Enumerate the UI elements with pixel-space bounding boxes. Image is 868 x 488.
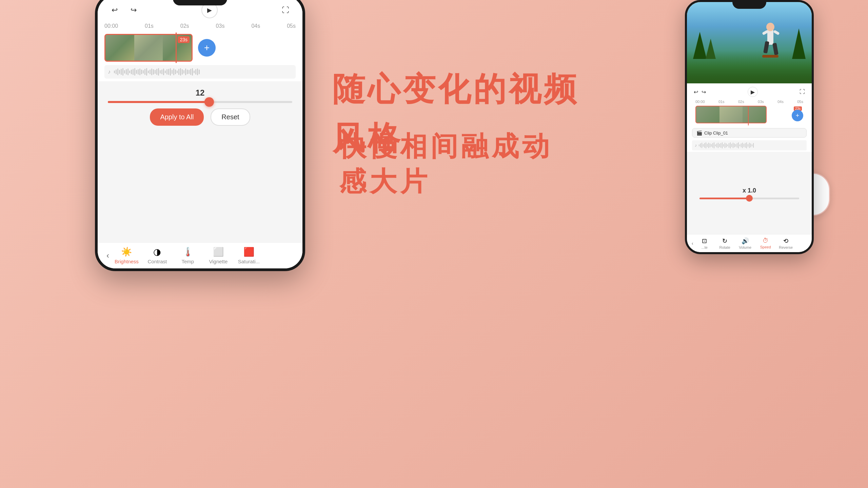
right-top-bar: ↩ ↪ ▶ ⛶	[687, 83, 812, 99]
right-playhead	[748, 106, 749, 125]
speed-value: x 1.0	[743, 187, 756, 194]
main-title: 随心变化的视频	[332, 69, 624, 108]
right-video-track[interactable]: 23s +	[695, 106, 803, 125]
right-undo-button[interactable]: ↩	[694, 89, 698, 95]
brightness-value: 12	[98, 88, 302, 98]
right-time-5: 05s	[797, 100, 803, 104]
brightness-icon: ☀️	[121, 247, 132, 257]
tree-1	[693, 32, 707, 59]
volume-icon: 🔊	[742, 237, 749, 245]
temp-label: Temp	[182, 259, 194, 264]
rotate-label: Rotate	[719, 245, 730, 249]
right-toolbar-crop[interactable]: ⊡ ...te	[696, 237, 713, 249]
edit-area: 12 Apply to All Reset	[98, 81, 302, 242]
right-audio-waveform	[699, 142, 754, 149]
toolbar-back-button[interactable]: ‹	[101, 251, 115, 260]
right-time-labels: 00:00 01s 02s 03s 04s 05s	[690, 99, 808, 104]
left-phone-notch	[173, 0, 227, 5]
bottom-toolbar: ‹ ☀️ Brightness ◑ Contrast 🌡️ Temp ⬜ Vig…	[98, 242, 302, 268]
right-thumb-2	[719, 106, 743, 123]
video-track[interactable]: 23s +	[104, 33, 296, 63]
speed-label: Speed	[760, 245, 771, 249]
apply-all-button[interactable]: Apply to All	[150, 108, 204, 126]
speed-slider[interactable]	[699, 198, 799, 199]
volume-label: Volume	[739, 245, 751, 249]
video-thumb-2	[134, 35, 163, 61]
clip-label-text: Clip Clip_01	[704, 130, 728, 136]
time-label-0: 00:00	[104, 23, 118, 29]
right-slider-thumb[interactable]	[746, 195, 753, 202]
right-edit-area: x 1.0	[687, 152, 812, 234]
toolbar-item-vignette[interactable]: ⬜ Vignette	[206, 247, 230, 264]
right-thumb-1	[696, 106, 719, 123]
clip-duration-badge: 23s	[178, 36, 190, 43]
time-label-1: 01s	[145, 23, 154, 29]
right-redo-button[interactable]: ↪	[702, 89, 706, 95]
skater-arm-right	[773, 30, 780, 35]
speed-icon: ⏱	[763, 237, 769, 244]
audio-waveform	[114, 67, 200, 77]
tree-3	[792, 28, 806, 59]
right-video-clip[interactable]: 23s	[695, 106, 767, 123]
vignette-label: Vignette	[209, 259, 228, 264]
toolbar-item-temp[interactable]: 🌡️ Temp	[176, 247, 200, 264]
action-buttons: Apply to All Reset	[98, 108, 302, 126]
saturation-label: Saturati...	[238, 259, 260, 264]
lower-title-2: 感大片	[339, 164, 610, 199]
right-toolbar-speed[interactable]: ⏱ Speed	[757, 237, 774, 249]
contrast-icon: ◑	[153, 247, 161, 257]
time-labels: 00:00 01s 02s 03s 04s 05s	[104, 22, 296, 30]
right-time-3: 03s	[758, 100, 764, 104]
center-content: 随心变化的视频 风格	[332, 0, 624, 237]
vignette-icon: ⬜	[213, 247, 224, 257]
right-add-button[interactable]: +	[792, 110, 803, 121]
right-thumb-3	[743, 106, 766, 123]
contrast-label: Contrast	[148, 259, 167, 264]
toolbar-item-saturation[interactable]: 🟥 Saturati...	[237, 247, 261, 264]
skateboard	[762, 55, 778, 58]
lower-title-1: 快慢相间融成动	[339, 129, 610, 164]
skater-leg-left	[763, 41, 769, 54]
clip-label[interactable]: 🎬 Clip Clip_01	[692, 128, 807, 138]
skater-image	[687, 2, 812, 83]
left-phone: ↩ ↪ ▶ ⛶ 00:00 01s 02s 03s 04s 05s	[95, 0, 305, 271]
timeline-area: 00:00 01s 02s 03s 04s 05s 23s +	[98, 22, 302, 81]
saturation-icon: 🟥	[243, 247, 254, 257]
right-phone: ↩ ↪ ▶ ⛶ 00:00 01s 02s 03s 04s 05s 23	[685, 0, 814, 254]
lower-text: 快慢相间融成动 感大片	[339, 129, 610, 199]
right-back-button[interactable]: ‹	[689, 241, 696, 246]
reverse-icon: ⟲	[783, 237, 788, 245]
time-label-5: 05s	[287, 23, 296, 29]
video-clip[interactable]: 23s	[104, 34, 193, 62]
right-toolbar-reverse[interactable]: ⟲ Reverse	[777, 237, 794, 249]
toolbar-item-contrast[interactable]: ◑ Contrast	[145, 247, 169, 264]
brightness-slider[interactable]	[98, 101, 302, 103]
right-toolbar-items: ⊡ ...te ↻ Rotate 🔊 Volume ⏱ Speed ⟲ R	[696, 237, 810, 249]
right-toolbar-volume[interactable]: 🔊 Volume	[737, 237, 754, 249]
undo-button[interactable]: ↩	[108, 3, 121, 17]
reverse-label: Reverse	[779, 245, 793, 249]
skater-head	[766, 23, 774, 31]
toolbar-item-brightness[interactable]: ☀️ Brightness	[115, 247, 139, 264]
playhead	[176, 33, 177, 63]
temp-icon: 🌡️	[182, 247, 193, 257]
time-label-2: 02s	[180, 23, 189, 29]
right-timeline: 00:00 01s 02s 03s 04s 05s 23s +	[687, 99, 812, 127]
audio-track: ♪	[104, 65, 296, 79]
right-toolbar-rotate[interactable]: ↻ Rotate	[716, 237, 733, 249]
fullscreen-button[interactable]: ⛶	[279, 3, 292, 17]
slider-thumb[interactable]	[204, 97, 214, 107]
right-fullscreen-button[interactable]: ⛶	[800, 89, 805, 95]
slider-track[interactable]	[108, 101, 292, 103]
slider-fill	[108, 101, 209, 103]
time-label-3: 03s	[216, 23, 225, 29]
right-play-button[interactable]: ▶	[748, 87, 758, 97]
right-slider-track[interactable]	[699, 198, 799, 199]
add-clip-button[interactable]: +	[198, 39, 216, 57]
right-bottom-toolbar: ‹ ⊡ ...te ↻ Rotate 🔊 Volume ⏱ Speed	[687, 234, 812, 252]
skater-figure	[760, 21, 781, 55]
redo-button[interactable]: ↪	[127, 3, 140, 17]
time-label-4: 04s	[251, 23, 260, 29]
right-time-1: 01s	[718, 100, 725, 104]
reset-button[interactable]: Reset	[211, 108, 250, 126]
